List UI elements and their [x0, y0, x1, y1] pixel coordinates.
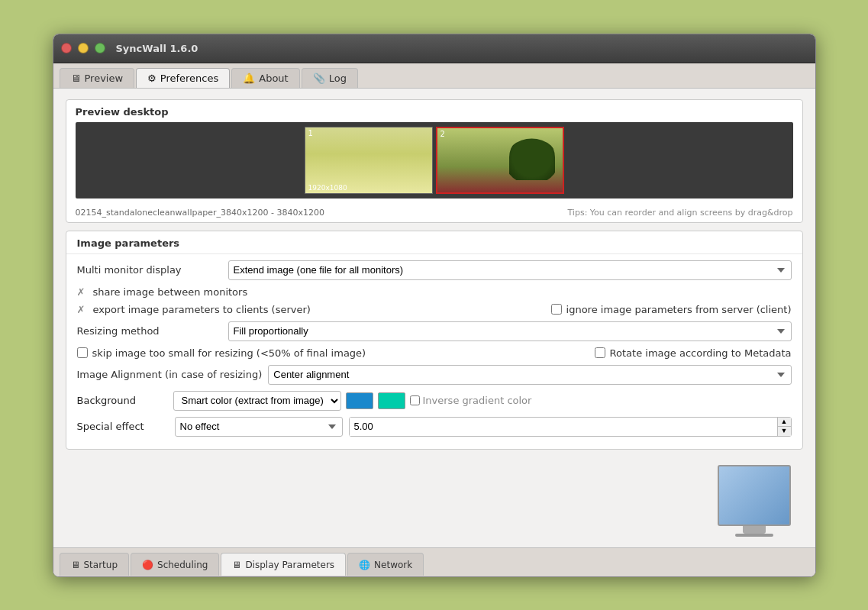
inverse-gradient-checkbox[interactable] — [410, 395, 420, 405]
ignore-image-label[interactable]: ignore image parameters from server (cli… — [551, 304, 792, 315]
titlebar: SyncWall 1.6.0 — [53, 34, 815, 63]
tab-log-label: Log — [329, 73, 347, 84]
bg-color1-swatch[interactable] — [346, 392, 373, 409]
effect-spin-buttons: ▲ ▼ — [777, 418, 791, 436]
bg-select[interactable]: Smart color (extract from image) — [173, 391, 341, 411]
monitor-base — [735, 534, 773, 537]
skip-small-label[interactable]: skip image too small for resizing (<50% … — [77, 347, 366, 359]
btab-scheduling[interactable]: 🔴 Scheduling — [131, 553, 219, 576]
ignore-image-text: ignore image parameters from server (cli… — [566, 304, 792, 315]
preview-section-title: Preview desktop — [66, 100, 802, 122]
preview-desktop-area: 1 1920x1080 2 — [76, 122, 793, 198]
multi-monitor-select[interactable]: Extend image (one file for all monitors) — [228, 260, 792, 280]
share-x-icon: ✗ — [77, 286, 86, 298]
bg-label: Background — [77, 395, 169, 406]
display-params-btab-icon: 🖥 — [232, 560, 241, 570]
tab-preferences-label: Preferences — [160, 73, 218, 84]
btab-display-params-label: Display Parameters — [245, 560, 334, 570]
effect-select[interactable]: No effect — [175, 417, 343, 437]
monitor1-resolution: 1920x1080 — [308, 184, 347, 192]
preferences-tab-icon: ⚙ — [147, 73, 156, 84]
btab-display-params[interactable]: 🖥 Display Parameters — [221, 553, 346, 576]
effect-spin-down[interactable]: ▼ — [778, 427, 791, 436]
image-params-title: Image parameters — [66, 231, 802, 254]
multi-monitor-label: Multi monitor display — [77, 264, 222, 276]
image-params-content: Multi monitor display Extend image (one … — [66, 254, 802, 449]
preview-section: Preview desktop 1 1920x1080 2 02154_stan… — [66, 99, 803, 223]
effect-number-input[interactable] — [350, 418, 777, 436]
export-image-text: export image parameters to clients (serv… — [92, 304, 311, 315]
btab-network-label: Network — [374, 560, 412, 570]
resizing-select[interactable]: Fill proportionally — [228, 321, 792, 341]
tab-about-label: About — [259, 73, 288, 84]
inverse-gradient-label[interactable]: Inverse gradient color — [410, 395, 532, 406]
top-tabs-bar: 🖥 Preview ⚙ Preferences 🔔 About 📎 Log — [53, 63, 815, 89]
skip-small-text: skip image too small for resizing (<50% … — [92, 347, 366, 359]
btab-scheduling-label: Scheduling — [157, 560, 208, 570]
startup-btab-icon: 🖥 — [71, 560, 80, 570]
minimize-button[interactable] — [78, 43, 89, 53]
monitor1-preview[interactable]: 1 1920x1080 — [305, 127, 433, 194]
maximize-button[interactable] — [95, 43, 105, 53]
tab-preview-label: Preview — [85, 73, 124, 84]
tab-log[interactable]: 📎 Log — [302, 68, 358, 88]
monitor-icon-area — [66, 457, 803, 540]
inverse-gradient-text: Inverse gradient color — [423, 395, 532, 406]
rotate-metadata-label[interactable]: Rotate image according to Metadata — [595, 347, 792, 359]
preview-tab-icon: 🖥 — [71, 73, 81, 84]
effect-row: Special effect No effect ▲ ▼ — [77, 417, 792, 437]
export-image-label[interactable]: export image parameters to clients (serv… — [92, 304, 311, 315]
bg-color2-swatch[interactable] — [378, 392, 405, 409]
export-image-row: ✗ export image parameters to clients (se… — [77, 304, 792, 315]
main-content: Preview desktop 1 1920x1080 2 02154_stan… — [53, 89, 815, 547]
monitor-icon-wrap — [718, 465, 791, 537]
monitor2-preview[interactable]: 2 — [436, 127, 564, 194]
window-title: SyncWall 1.6.0 — [116, 43, 198, 54]
log-tab-icon: 📎 — [313, 73, 325, 84]
resizing-row: Resizing method Fill proportionally — [77, 321, 792, 341]
skip-small-checkbox[interactable] — [77, 347, 88, 358]
alignment-row: Image Alignment (in case of resizing) Ce… — [77, 365, 792, 385]
rotate-metadata-text: Rotate image according to Metadata — [610, 347, 792, 359]
effect-number-input-wrap: ▲ ▼ — [349, 417, 792, 437]
tab-preferences[interactable]: ⚙ Preferences — [136, 68, 230, 88]
background-row: Background Smart color (extract from ima… — [77, 391, 792, 411]
share-image-label[interactable]: share image between monitors — [92, 286, 247, 298]
rotate-metadata-checkbox[interactable] — [595, 347, 605, 358]
tab-preview[interactable]: 🖥 Preview — [60, 68, 135, 88]
multi-monitor-row: Multi monitor display Extend image (one … — [77, 260, 792, 280]
btab-startup-label: Startup — [84, 560, 118, 570]
alignment-select[interactable]: Center alignment — [268, 365, 791, 385]
network-btab-icon: 🌐 — [359, 560, 370, 570]
monitor2-number: 2 — [440, 130, 445, 138]
skip-rotate-row: skip image too small for resizing (<50% … — [77, 347, 792, 359]
effect-label: Special effect — [77, 421, 169, 432]
alignment-label: Image Alignment (in case of resizing) — [77, 369, 263, 380]
about-tab-icon: 🔔 — [243, 73, 255, 84]
btab-network[interactable]: 🌐 Network — [347, 553, 424, 576]
ignore-image-checkbox[interactable] — [551, 304, 562, 315]
effect-spin-up[interactable]: ▲ — [778, 418, 791, 428]
preview-filename: 02154_standalonecleanwallpaper_3840x1200… — [66, 206, 334, 222]
preview-tips: Tips: You can reorder and align screens … — [558, 206, 802, 222]
btab-startup[interactable]: 🖥 Startup — [60, 553, 130, 576]
image-params-section: Image parameters Multi monitor display E… — [66, 231, 803, 450]
resizing-label: Resizing method — [77, 325, 222, 337]
close-button[interactable] — [61, 43, 72, 53]
bottom-tabs-bar: 🖥 Startup 🔴 Scheduling 🖥 Display Paramet… — [53, 547, 815, 576]
share-image-row: ✗ share image between monitors — [77, 286, 792, 298]
export-x-icon: ✗ — [77, 304, 86, 315]
scheduling-btab-icon: 🔴 — [142, 560, 153, 570]
share-image-text: share image between monitors — [92, 286, 247, 298]
monitor-stand — [743, 526, 766, 534]
preview-footer: 02154_standalonecleanwallpaper_3840x1200… — [66, 206, 802, 222]
monitor-decoration-icon — [718, 465, 791, 526]
main-window: SyncWall 1.6.0 🖥 Preview ⚙ Preferences 🔔… — [53, 34, 816, 577]
monitor1-number: 1 — [308, 129, 313, 137]
tab-about[interactable]: 🔔 About — [231, 68, 299, 88]
